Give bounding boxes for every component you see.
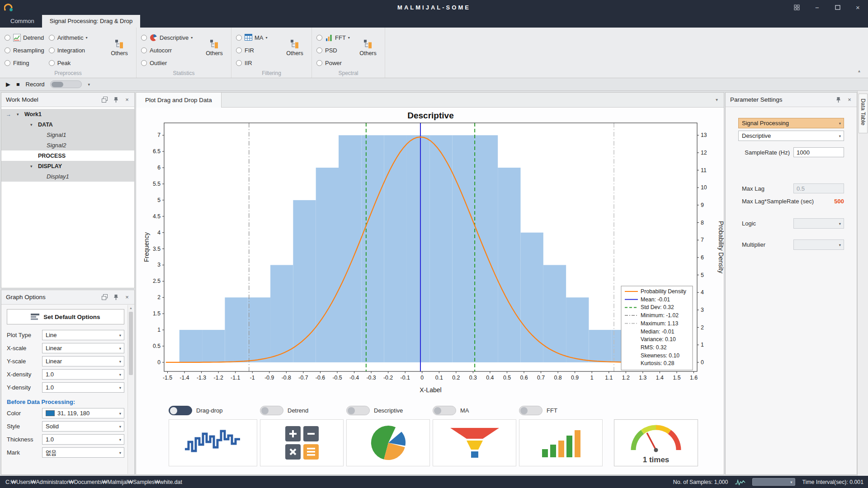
card-ma-funnel[interactable] <box>433 419 516 466</box>
scrollbar-thumb[interactable] <box>129 312 133 375</box>
radio-descriptive[interactable] <box>141 35 147 41</box>
method-select[interactable]: Descriptive ▾ <box>738 131 844 141</box>
card-gauge[interactable]: 1 times <box>614 419 698 466</box>
select-style[interactable]: Solid▾ <box>42 421 124 432</box>
radio-power[interactable] <box>316 60 322 66</box>
tab-plot-drag-and-drop-data[interactable]: Plot Drag and Drop Data <box>136 93 222 108</box>
ribbon-item-fir[interactable]: FIR <box>236 46 268 55</box>
chevron-down-icon[interactable]: ▾ <box>30 122 38 127</box>
ribbon-item-arithmetic[interactable]: Arithmetic▾ <box>49 33 88 42</box>
signal-processing-category-select[interactable]: Signal Processing ▾ <box>738 118 844 128</box>
tab-common[interactable]: Common <box>3 15 42 28</box>
toggle-switch-fft[interactable] <box>519 406 542 415</box>
tree-item-signal2[interactable]: Signal2 <box>1 140 134 150</box>
select-y-density[interactable]: 1.0▾ <box>42 382 124 393</box>
scrollbar[interactable]: ▲ <box>127 305 134 474</box>
ribbon-item-detrend[interactable]: Detrend <box>5 33 44 42</box>
ribbon-item-descriptive[interactable]: Descriptive▾ <box>141 33 193 42</box>
radio-autocorr[interactable] <box>141 47 147 53</box>
ribbon-item-resampling[interactable]: Resampling <box>5 46 44 55</box>
close-icon[interactable]: × <box>846 96 853 103</box>
record-toggle[interactable] <box>50 80 82 88</box>
radio-fitting[interactable] <box>5 60 10 66</box>
select-x-scale[interactable]: Linear▾ <box>42 343 124 353</box>
select-multiplier[interactable]: ▾ <box>793 239 844 250</box>
float-icon[interactable] <box>101 96 108 103</box>
pin-icon[interactable] <box>112 96 119 103</box>
radio-psd[interactable] <box>316 47 322 53</box>
record-dropdown-caret-icon[interactable]: ▾ <box>88 82 90 87</box>
play-button[interactable]: ▶ <box>6 81 10 88</box>
float-icon[interactable] <box>101 294 108 301</box>
radio-outlier[interactable] <box>141 60 147 66</box>
close-button[interactable]: × <box>848 0 868 15</box>
select-x-density[interactable]: 1.0▾ <box>42 369 124 380</box>
ribbon-item-iir[interactable]: IIR <box>236 58 268 67</box>
chevron-down-icon[interactable]: ▾ <box>716 97 718 102</box>
radio-arithmetic[interactable] <box>49 35 55 41</box>
tree-item-signal1[interactable]: Signal1 <box>1 130 134 140</box>
ribbon-item-ma[interactable]: MA▾ <box>236 33 268 42</box>
card-descriptive-pie[interactable] <box>346 419 430 466</box>
scroll-up-icon[interactable]: ▲ <box>128 305 134 311</box>
input-samplerate-hz[interactable]: 1000 <box>793 147 844 157</box>
tree-item-data[interactable]: ▾DATA <box>1 119 134 130</box>
minimize-button[interactable]: − <box>807 0 827 15</box>
stop-button[interactable]: ■ <box>16 81 20 88</box>
pin-icon[interactable] <box>835 96 842 103</box>
dropdown-caret-icon[interactable]: ▾ <box>266 36 268 40</box>
others-button-filtering[interactable]: Others <box>282 39 308 56</box>
radio-iir[interactable] <box>236 60 242 66</box>
radio-integration[interactable] <box>49 47 55 53</box>
ribbon-collapse-icon[interactable]: ▴ <box>858 68 860 73</box>
select-thickness[interactable]: 1.0▾ <box>42 434 124 445</box>
select-mark[interactable]: 없음▾ <box>42 447 124 458</box>
pin-icon[interactable] <box>112 294 119 301</box>
select-logic[interactable]: ▾ <box>793 218 844 229</box>
tab-signal-processing-drag-drop[interactable]: Signal Processing: Drag & Drop <box>42 15 141 28</box>
toggle-switch-drag-drop[interactable] <box>169 406 192 415</box>
dropdown-caret-icon[interactable]: ▾ <box>348 36 350 40</box>
ribbon-item-fitting[interactable]: Fitting <box>5 58 44 67</box>
tree-item-display[interactable]: ▾DISPLAY <box>1 161 134 171</box>
radio-resampling[interactable] <box>5 47 10 53</box>
close-icon[interactable]: × <box>123 294 131 301</box>
set-default-options-button[interactable]: Set Default Options <box>7 309 124 324</box>
radio-detrend[interactable] <box>5 35 10 41</box>
radio-fft[interactable] <box>316 35 322 41</box>
maximize-button[interactable] <box>827 0 848 15</box>
toggle-switch-ma[interactable] <box>433 406 456 415</box>
input-max-lag[interactable]: 0.5 <box>793 183 844 193</box>
chevron-down-icon[interactable]: ▾ <box>30 164 38 169</box>
radio-ma[interactable] <box>236 35 242 41</box>
ribbon-item-autocorr[interactable]: Autocorr <box>141 46 193 55</box>
ribbon-item-integration[interactable]: Integration <box>49 46 88 55</box>
ribbon-item-outlier[interactable]: Outlier <box>141 58 193 67</box>
chevron-down-icon[interactable]: ▾ <box>17 112 24 117</box>
ribbon-item-power[interactable]: Power <box>316 58 350 67</box>
select-y-scale[interactable]: Linear▾ <box>42 356 124 366</box>
ribbon-item-psd[interactable]: PSD <box>316 46 350 55</box>
toggle-switch-detrend[interactable] <box>260 406 283 415</box>
radio-peak[interactable] <box>49 60 55 66</box>
select-plot-type[interactable]: Line▾ <box>42 330 124 340</box>
dropdown-caret-icon[interactable]: ▾ <box>85 36 87 40</box>
others-button-statistics[interactable]: Others <box>201 39 227 56</box>
tab-data-table[interactable]: Data Table <box>859 94 868 133</box>
ribbon-item-fft[interactable]: FFT▾ <box>316 33 350 42</box>
card-drag-drop-signal[interactable] <box>169 419 257 466</box>
card-arithmetic[interactable] <box>260 419 344 466</box>
radio-fir[interactable] <box>236 47 242 53</box>
select-color[interactable]: 31, 119, 180▾ <box>42 408 124 418</box>
tree-item-process[interactable]: PROCESS <box>1 150 134 161</box>
close-icon[interactable]: × <box>123 96 131 103</box>
status-dropdown[interactable]: ▾ <box>752 478 795 486</box>
tree-item-display1[interactable]: Display1 <box>1 171 134 182</box>
ribbon-item-peak[interactable]: Peak <box>49 58 88 67</box>
others-button-spectral[interactable]: Others <box>355 39 381 56</box>
toggle-switch-descriptive[interactable] <box>346 406 370 415</box>
others-button-preprocess[interactable]: Others <box>106 39 132 56</box>
dropdown-caret-icon[interactable]: ▾ <box>191 36 193 40</box>
card-fft-bars[interactable] <box>519 419 603 466</box>
tree-item-work1[interactable]: →▾Work1 <box>1 109 134 119</box>
